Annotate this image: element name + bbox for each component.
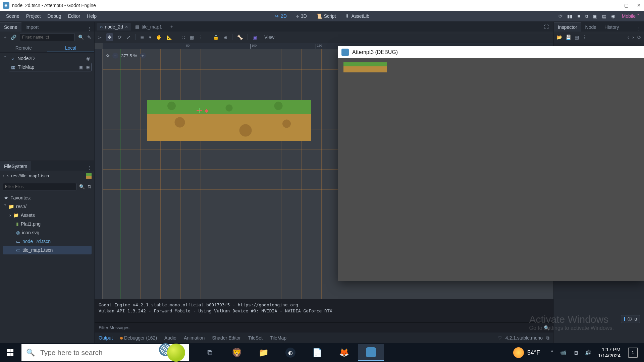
close-icon[interactable]: ✕ — [637, 3, 641, 8]
scene-filter-input[interactable] — [20, 33, 75, 41]
menu-debug[interactable]: Debug — [44, 12, 64, 20]
fs-favorites[interactable]: ★Favorites: — [3, 193, 92, 202]
tab-inspector[interactable]: Inspector — [554, 22, 581, 32]
group-icon[interactable]: ⊞ — [223, 35, 227, 40]
tray-network-icon[interactable]: 🖥 — [571, 350, 581, 356]
chevron-down-icon[interactable]: ˅ — [4, 204, 6, 209]
game-viewport[interactable] — [338, 58, 644, 281]
play-scene-icon[interactable]: ▣ — [593, 13, 597, 19]
tray-meet-icon[interactable]: 📹 — [557, 350, 569, 356]
maximize-icon[interactable]: ▢ — [624, 3, 629, 8]
chevron-down-icon[interactable]: ˅ — [4, 56, 8, 61]
tab-import[interactable]: Import — [21, 23, 43, 32]
rotate-mode-icon[interactable]: ⟳ — [118, 35, 122, 40]
tab-node[interactable]: Node — [581, 23, 600, 32]
scene-tab-tilemap1[interactable]: ▦tile_map1 — [132, 23, 165, 31]
remote-tab[interactable]: Remote — [0, 43, 47, 52]
move-mode-icon[interactable]: ✥ — [106, 33, 113, 41]
fs-root[interactable]: ˅📁res:// — [3, 202, 92, 211]
stop-icon[interactable]: ■ — [577, 13, 580, 19]
bottom-tab-output[interactable]: Output — [99, 335, 113, 341]
bone-icon[interactable]: 🦴 — [237, 35, 243, 40]
task-view-icon[interactable]: ⧉ — [197, 344, 223, 361]
scale-mode-icon[interactable]: ⤢ — [126, 35, 130, 40]
taskbar-notepad[interactable]: 📄 — [305, 344, 330, 361]
add-node-icon[interactable]: ＋ — [3, 34, 7, 40]
scene-tab-node2d[interactable]: ○node_2d× — [97, 23, 131, 31]
visibility-icon[interactable]: ◉ — [86, 56, 90, 61]
local-tab[interactable]: Local — [47, 43, 95, 52]
ruler-mode-icon[interactable]: 📐 — [166, 35, 172, 40]
fs-next-icon[interactable]: › — [7, 173, 9, 179]
renderer-dropdown[interactable]: Mobile ˅ — [620, 13, 641, 19]
taskbar-godot[interactable] — [358, 344, 384, 361]
running-game-window[interactable]: Attempt3 (DEBUG) — [338, 46, 644, 281]
zoom-in-icon[interactable]: ＋ — [140, 53, 146, 59]
bottom-tab-debugger[interactable]: Debugger (162) — [120, 335, 157, 341]
pause-icon[interactable]: ▮▮ — [567, 13, 573, 19]
expand-bottom-icon[interactable]: ⧉ — [546, 335, 549, 341]
taskbar-gimp[interactable]: 🦊 — [331, 344, 357, 361]
start-button[interactable] — [0, 343, 20, 362]
taskbar-search[interactable]: 🔍 Type here to search — [21, 344, 189, 361]
menu-help[interactable]: Help — [84, 12, 100, 20]
tab-scene[interactable]: Scene — [0, 22, 21, 32]
select-mode-icon[interactable]: ▻ — [98, 35, 102, 40]
lock-select-icon[interactable]: ▾ — [149, 35, 151, 40]
bottom-tab-animation[interactable]: Animation — [184, 335, 205, 341]
tray-volume-icon[interactable]: 🔊 — [582, 350, 594, 356]
taskbar-brave[interactable]: 🦁 — [224, 344, 250, 361]
play-custom-icon[interactable]: ▤ — [602, 13, 606, 19]
bottom-tab-tilemap[interactable]: TileMap — [270, 335, 286, 341]
taskbar-explorer[interactable]: 📁 — [251, 344, 276, 361]
info-badge[interactable]: ⓘ0 — [621, 315, 640, 323]
heart-icon[interactable]: ♡ — [498, 335, 502, 341]
workspace-assetlib[interactable]: ⬇AssetLib — [342, 12, 373, 20]
view-menu[interactable]: View — [262, 34, 277, 41]
tray-chevron-icon[interactable]: ˄ — [548, 350, 556, 356]
script-toggle-icon[interactable]: ✎ — [87, 35, 91, 40]
menu-editor[interactable]: Editor — [65, 12, 84, 20]
inspect-more-icon[interactable]: ⋮ — [582, 35, 587, 40]
inspect-more-icon[interactable]: ⋮ — [634, 26, 644, 32]
fs-filter-input[interactable] — [3, 183, 76, 190]
visibility-icon[interactable]: ◉ — [86, 64, 90, 70]
save-icon[interactable]: 💾 — [566, 35, 571, 40]
tab-filesystem[interactable]: FileSystem — [0, 162, 31, 171]
link-icon[interactable]: 🔗 — [11, 35, 16, 40]
fs-prev-icon[interactable]: ‹ — [3, 173, 4, 179]
list-select-icon[interactable]: ≣ — [140, 35, 144, 40]
snap-more-icon[interactable]: ⋮ — [199, 35, 203, 40]
fs-file-node2d[interactable]: ▭node_2d.tscn — [3, 237, 92, 246]
chevron-right-icon[interactable]: › — [9, 213, 11, 218]
menu-scene[interactable]: Scene — [3, 12, 23, 20]
distraction-free-icon[interactable]: ⛶ — [541, 24, 551, 29]
history-next-icon[interactable]: › — [632, 35, 634, 40]
fs-sort-icon[interactable]: ⇅ — [88, 184, 92, 189]
fs-file-tilemap1[interactable]: ▭tile_map1.tscn — [3, 246, 92, 254]
tilemap-sprite[interactable] — [147, 100, 311, 141]
bottom-tab-tileset[interactable]: TileSet — [248, 335, 263, 341]
history-menu-icon[interactable]: ⟳ — [637, 35, 641, 40]
taskbar-weather[interactable]: 54°F — [513, 347, 540, 358]
disk-icon[interactable]: ▤ — [575, 35, 579, 40]
taskbar-notifications[interactable]: 1 — [628, 348, 638, 358]
tab-history[interactable]: History — [600, 23, 623, 32]
movie-icon[interactable]: ◉ — [611, 13, 615, 19]
taskbar-steam[interactable]: ◐ — [278, 344, 303, 361]
dock-more-icon[interactable]: ⋮ — [84, 26, 94, 32]
fs-dock-more-icon[interactable]: ⋮ — [84, 165, 94, 171]
fs-file-plat1[interactable]: ▮Plat1.png — [3, 220, 92, 228]
fs-file-icon[interactable]: ◎icon.svg — [3, 228, 92, 237]
minimize-icon[interactable]: — — [611, 3, 616, 8]
lock-icon[interactable]: 🔒 — [213, 35, 219, 40]
workspace-script[interactable]: 📜Script — [313, 12, 339, 20]
zoom-label[interactable]: 377.5 % — [121, 53, 137, 58]
taskbar-clock[interactable]: 1:17 PM 1/14/2024 — [598, 347, 621, 359]
play-project-icon[interactable]: ⟳ — [558, 13, 562, 19]
close-tab-icon[interactable]: × — [125, 24, 128, 29]
center-view-icon[interactable]: ✥ — [106, 53, 110, 58]
zoom-out-icon[interactable]: − — [112, 53, 118, 59]
workspace-2d[interactable]: ↪2D — [271, 12, 290, 20]
override-camera-icon[interactable]: ▣ — [253, 35, 257, 40]
